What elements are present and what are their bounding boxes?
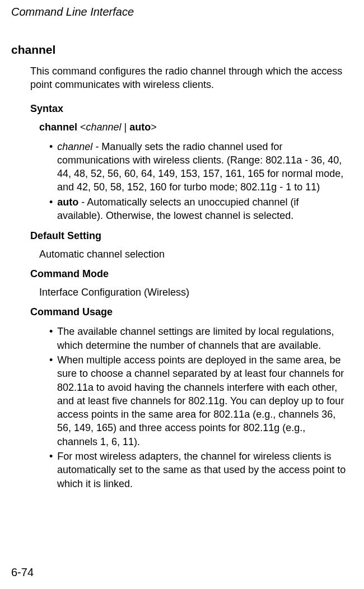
page-header: Command Line Interface [11, 6, 347, 18]
syntax-lt: < [77, 121, 86, 133]
list-item: For most wireless adapters, the channel … [49, 450, 347, 490]
option-desc: - Automatically selects an unoccupied ch… [57, 197, 299, 221]
syntax-auto: auto [129, 121, 151, 133]
syntax-pipe: | [122, 121, 130, 133]
syntax-options-list: channel - Manually sets the radio channe… [49, 140, 347, 223]
command-mode-value: Interface Configuration (Wireless) [39, 287, 347, 298]
intro-paragraph: This command configures the radio channe… [30, 64, 347, 92]
list-item: channel - Manually sets the radio channe… [49, 140, 347, 194]
list-item: The available channel settings are limit… [49, 325, 347, 352]
default-setting-heading: Default Setting [30, 230, 347, 242]
command-usage-list: The available channel settings are limit… [49, 325, 347, 490]
syntax-heading: Syntax [30, 103, 347, 115]
command-usage-heading: Command Usage [30, 306, 347, 318]
page-container: Command Line Interface channel This comm… [0, 0, 364, 589]
command-mode-heading: Command Mode [30, 268, 347, 280]
option-term: channel [57, 141, 92, 152]
page-number: 6-74 [11, 566, 34, 579]
usage-text: For most wireless adapters, the channel … [57, 451, 346, 489]
usage-text: When multiple access points are deployed… [57, 354, 344, 447]
syntax-line: channel <channel | auto> [39, 121, 347, 133]
syntax-param: channel [86, 121, 122, 133]
syntax-gt: > [151, 121, 157, 133]
syntax-command: channel [39, 121, 77, 133]
option-desc: - Manually sets the radio channel used f… [57, 141, 343, 193]
default-setting-value: Automatic channel selection [39, 249, 347, 260]
usage-text: The available channel settings are limit… [57, 326, 334, 350]
command-title: channel [11, 43, 347, 57]
option-term: auto [57, 197, 78, 208]
list-item: auto - Automatically selects an unoccupi… [49, 195, 347, 223]
list-item: When multiple access points are deployed… [49, 353, 347, 448]
